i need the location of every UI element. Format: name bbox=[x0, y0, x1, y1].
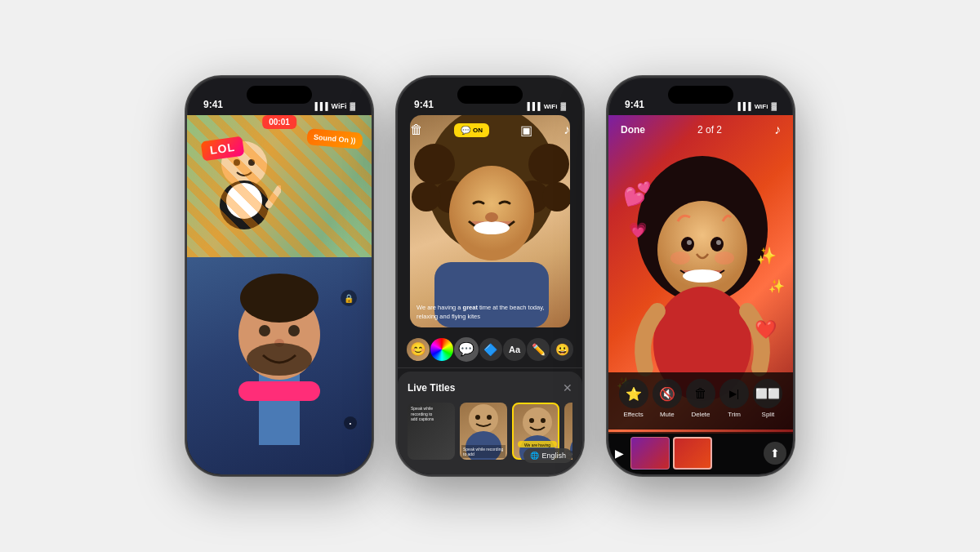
separator-line bbox=[398, 367, 582, 368]
status-time-3: 9:41 bbox=[625, 99, 644, 110]
svg-text:We are having: We are having bbox=[524, 443, 550, 447]
status-icons-1: ▐▐▐ WiFi ▓ bbox=[312, 102, 355, 110]
dynamic-island-3 bbox=[668, 86, 733, 104]
effects-icon: ⭐ bbox=[619, 379, 648, 408]
color-wheel-icon[interactable] bbox=[430, 338, 453, 361]
caption-overlay: We are having a great time at the beach … bbox=[416, 304, 564, 321]
curly-woman-svg bbox=[410, 115, 570, 327]
large-heart-emoji: 💕 bbox=[623, 180, 652, 207]
dad-svg bbox=[214, 257, 345, 445]
phone2-topbar: 🗑 💬 ON ▣ ♪ bbox=[398, 115, 582, 145]
pink-pill[interactable] bbox=[238, 381, 320, 401]
svg-point-18 bbox=[412, 182, 441, 211]
phone3-thumbnail-strip: ▶ ⬆ bbox=[608, 432, 793, 474]
split-action[interactable]: ⬜⬜ Split bbox=[753, 379, 782, 418]
thumb-2-strip[interactable] bbox=[673, 437, 712, 470]
red-heart: ❤️ bbox=[755, 319, 777, 341]
caption-bubble-icon[interactable]: 💬 bbox=[454, 337, 479, 362]
phone3-topbar: Done 2 of 2 ♪ bbox=[608, 115, 793, 145]
status-time-1: 9:41 bbox=[203, 99, 223, 110]
frame-icon-2[interactable]: ▣ bbox=[520, 122, 532, 138]
sparkle-1: ✨ bbox=[756, 246, 777, 265]
svg-point-27 bbox=[487, 415, 492, 420]
globe-icon: 🌐 bbox=[530, 452, 539, 460]
curly-woman-video: We are having a great time at the beach … bbox=[410, 115, 570, 327]
signal-icon-1: ▐▐▐ bbox=[312, 102, 327, 110]
split-icon: ⬜⬜ bbox=[753, 379, 782, 408]
wifi-icon-3: WiFi bbox=[755, 103, 768, 110]
music-icon-2[interactable]: ♪ bbox=[564, 122, 570, 137]
effects-action[interactable]: ⭐ Effects bbox=[619, 379, 648, 418]
delete-action[interactable]: 🗑 Delete bbox=[686, 379, 715, 418]
play-button-3[interactable]: ▶ bbox=[615, 447, 624, 460]
shapes-icon[interactable]: 🔷 bbox=[479, 338, 502, 361]
phone-3-screen: 9:41 ▐▐▐ WiFi ▓ Done 2 of 2 ♪ bbox=[608, 78, 793, 474]
wifi-icon-2: WiFi bbox=[544, 103, 558, 110]
share-button-3[interactable]: ⬆ bbox=[764, 442, 786, 465]
phone-2: 9:41 ▐▐▐ WiFi ▓ 🗑 💬 ON ▣ ♪ bbox=[396, 76, 584, 476]
caption-on-badge[interactable]: 💬 ON bbox=[454, 123, 489, 137]
battery-icon-2: ▓ bbox=[560, 102, 566, 110]
phone-3: 9:41 ▐▐▐ WiFi ▓ Done 2 of 2 ♪ bbox=[607, 76, 795, 476]
dad-area: 🔒 bbox=[187, 257, 372, 474]
svg-point-21 bbox=[474, 221, 510, 234]
text-icon[interactable]: Aa bbox=[503, 338, 526, 361]
live-titles-close-button[interactable]: ✕ bbox=[563, 381, 572, 394]
ltt-1[interactable]: Speak whilerecording toadd captions bbox=[408, 403, 455, 460]
wifi-icon-1: WiFi bbox=[332, 102, 347, 110]
svg-point-22 bbox=[485, 212, 498, 222]
phones-container: 9:41 ▐▐▐ WiFi ▓ bbox=[185, 0, 795, 552]
split-label: Split bbox=[762, 411, 775, 418]
svg-point-31 bbox=[541, 418, 546, 423]
phone3-action-toolbar: ⭐ Effects 🔇 Mute 🗑 Delete ▶| Trim ⬜⬜ bbox=[608, 372, 793, 430]
battery-icon-1: ▓ bbox=[350, 102, 355, 110]
avatar-icon[interactable]: 😊 bbox=[407, 338, 430, 361]
svg-point-26 bbox=[475, 415, 480, 420]
music-icon-3[interactable]: ♪ bbox=[774, 122, 781, 137]
svg-point-44 bbox=[716, 240, 721, 245]
dynamic-island-1 bbox=[247, 86, 312, 104]
camera-dot-icon: • bbox=[344, 416, 357, 430]
trash-icon-2[interactable]: 🗑 bbox=[410, 122, 423, 137]
signal-icon-2: ▐▐▐ bbox=[524, 102, 540, 110]
live-titles-panel: Live Titles ✕ Speak whilerecording toadd… bbox=[398, 372, 582, 474]
lock-icon: 🔒 bbox=[341, 290, 357, 306]
ltt-2[interactable]: Speak while recording to add bbox=[460, 403, 507, 460]
trim-label: Trim bbox=[728, 411, 741, 418]
status-icons-3: ▐▐▐ WiFi ▓ bbox=[735, 102, 777, 110]
delete-icon: 🗑 bbox=[686, 379, 715, 408]
trim-action[interactable]: ▶| Trim bbox=[719, 379, 749, 418]
svg-point-14 bbox=[414, 144, 455, 185]
live-titles-label: Live Titles bbox=[408, 382, 455, 394]
svg-point-43 bbox=[687, 240, 692, 245]
emoji-icon[interactable]: 😀 bbox=[550, 338, 573, 361]
page-indicator: 2 of 2 bbox=[697, 124, 722, 136]
done-button[interactable]: Done bbox=[621, 124, 645, 136]
mute-icon: 🔇 bbox=[653, 379, 682, 408]
svg-point-9 bbox=[259, 325, 270, 336]
status-icons-2: ▐▐▐ WiFi ▓ bbox=[524, 102, 566, 110]
english-language-button[interactable]: 🌐 English bbox=[523, 448, 572, 463]
phone-1-screen: 9:41 ▐▐▐ WiFi ▓ bbox=[187, 78, 372, 474]
mute-action[interactable]: 🔇 Mute bbox=[653, 379, 682, 418]
signal-icon-3: ▐▐▐ bbox=[735, 102, 751, 110]
thumb-1-strip[interactable] bbox=[630, 437, 670, 470]
svg-point-24 bbox=[469, 404, 498, 434]
mute-label: Mute bbox=[660, 411, 675, 418]
effects-label: Effects bbox=[623, 411, 643, 418]
sparkle-3: ✨ bbox=[768, 278, 785, 294]
trim-icon: ▶| bbox=[719, 379, 749, 408]
svg-point-8 bbox=[240, 274, 318, 323]
svg-point-49 bbox=[715, 252, 734, 265]
status-time-2: 9:41 bbox=[414, 99, 434, 110]
svg-point-40 bbox=[657, 201, 747, 299]
phone-1: 9:41 ▐▐▐ WiFi ▓ bbox=[185, 76, 373, 476]
pen-icon[interactable]: ✏️ bbox=[527, 338, 550, 361]
svg-point-28 bbox=[523, 407, 552, 437]
svg-point-10 bbox=[288, 325, 300, 336]
svg-point-15 bbox=[528, 144, 569, 185]
dynamic-island-2 bbox=[457, 86, 523, 104]
small-heart-emoji: 💗 bbox=[629, 221, 647, 239]
phone-2-screen: 9:41 ▐▐▐ WiFi ▓ 🗑 💬 ON ▣ ♪ bbox=[398, 78, 582, 474]
svg-point-48 bbox=[670, 252, 690, 265]
